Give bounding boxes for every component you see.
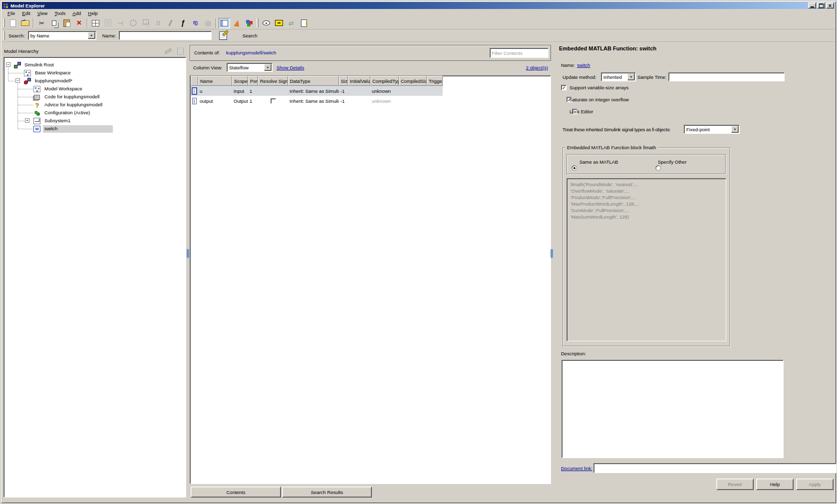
tree-item-code-for-kupplungsmodell[interactable]: Code for kupplungsmodell xyxy=(43,93,100,100)
fi-objects-dropdown[interactable]: Fixed-point xyxy=(684,125,740,134)
new-file-icon[interactable] xyxy=(7,18,18,28)
hierarchy-header-icons xyxy=(163,47,186,54)
column-header-datatype[interactable]: DataType xyxy=(288,76,339,86)
show-dialog-icon[interactable] xyxy=(261,18,272,28)
cell-datatype: Inherit: Same as Simulink xyxy=(288,86,339,96)
column-header-resolve-signal[interactable]: Resolve Signal xyxy=(258,76,288,86)
document-link-input[interactable] xyxy=(593,463,837,473)
tree-item-simulink-root[interactable]: Simulink Root xyxy=(23,61,55,68)
list-view-icon[interactable] xyxy=(219,18,230,28)
restore-button[interactable] xyxy=(817,2,825,8)
column-header-scope[interactable]: Scope xyxy=(232,76,248,86)
menu-help[interactable]: Help xyxy=(84,9,101,17)
chevron-down-icon[interactable] xyxy=(264,64,272,71)
checkbox-support-variable-size-arrays[interactable] xyxy=(561,85,566,90)
chevron-down-icon[interactable] xyxy=(731,126,739,133)
delete-icon[interactable] xyxy=(73,18,85,28)
minimize-button[interactable] xyxy=(808,2,816,8)
menu-view[interactable]: View xyxy=(34,9,51,17)
open-model-icon[interactable] xyxy=(19,18,31,28)
tree-item-switch[interactable]: switch xyxy=(43,125,58,132)
tree-collapse-toggle[interactable]: − xyxy=(6,62,10,67)
radio-specify-other[interactable] xyxy=(655,165,661,171)
search-button[interactable]: Search xyxy=(219,31,258,40)
data-brackets-icon[interactable] xyxy=(152,18,164,28)
pencil-icon[interactable] xyxy=(163,47,172,54)
tree-expand-toggle[interactable]: + xyxy=(25,118,29,123)
model-explorer-window: Model Explorer FileEditViewToolsAddHelp … xyxy=(0,0,837,504)
copy-icon[interactable] xyxy=(48,18,60,28)
cell-compiledsize xyxy=(399,96,427,106)
menu-add[interactable]: Add xyxy=(69,9,84,17)
chevron-down-icon[interactable] xyxy=(627,73,635,80)
menu-tools[interactable]: Tools xyxy=(51,9,69,17)
menu-edit[interactable]: Edit xyxy=(18,9,33,17)
description-textarea[interactable] xyxy=(561,360,784,458)
tab-contents[interactable]: Contents xyxy=(191,487,281,498)
column-header-trigger[interactable]: Trigger xyxy=(427,76,443,86)
sample-time-input[interactable] xyxy=(668,72,785,81)
tree-item-subsystem1[interactable]: Subsystem1 xyxy=(43,117,71,124)
column-header-initialvalue[interactable]: InitialValue xyxy=(348,76,370,86)
tree-item-advice-for-kupplungsmodell[interactable]: Advice for kupplungsmodell xyxy=(43,101,103,108)
tree-collapse-toggle[interactable]: − xyxy=(15,78,20,83)
lightning-icon[interactable] xyxy=(165,18,176,28)
target-icon[interactable] xyxy=(202,18,214,28)
new-window-panes-icon[interactable] xyxy=(90,18,101,28)
apply-button[interactable]: Apply xyxy=(796,479,834,490)
column-header-compiledsize[interactable]: CompiledSize xyxy=(399,76,427,86)
resolve-signal-checkbox[interactable] xyxy=(271,98,276,104)
toolbar-grip[interactable] xyxy=(3,18,5,27)
tree-item-model-workspace[interactable]: Model Workspace xyxy=(43,85,83,92)
tree-item-base-workspace[interactable]: Base Workspace xyxy=(34,69,72,76)
function-call-icon[interactable] xyxy=(190,18,201,28)
help-button[interactable]: Help xyxy=(756,479,794,490)
open-simulink-icon[interactable] xyxy=(231,18,243,28)
open-library-icon[interactable] xyxy=(244,18,255,28)
name-value-link[interactable]: switch xyxy=(577,62,590,68)
menu-file[interactable]: File xyxy=(4,9,18,17)
dialog-title: Embedded MATLAB Function: switch xyxy=(559,45,656,51)
searchbar-grip[interactable] xyxy=(3,31,5,40)
column-view-label: Column View: xyxy=(193,65,222,70)
model-icon xyxy=(24,78,31,84)
gear-icon[interactable] xyxy=(127,18,139,28)
close-button[interactable] xyxy=(826,2,834,8)
notes-lightning-icon[interactable] xyxy=(298,18,309,28)
tree-item-configuration-active[interactable]: Configuration (Active) xyxy=(43,109,91,116)
column-view-dropdown[interactable]: Stateflow xyxy=(227,63,273,72)
object-count-link[interactable]: 2 object(s) xyxy=(500,65,548,70)
bounding-box-icon[interactable] xyxy=(273,18,284,28)
tree-item-kupplungsmodell[interactable]: kupplungsmodell* xyxy=(34,77,73,84)
column-header-port[interactable]: Port xyxy=(248,76,258,86)
revert-button[interactable]: Revert xyxy=(716,479,754,490)
search-options-icon[interactable] xyxy=(219,31,229,40)
tab-search-results[interactable]: Search Results xyxy=(282,487,372,498)
dotted-list-icon[interactable] xyxy=(102,18,114,28)
chevron-down-icon[interactable] xyxy=(88,32,95,39)
column-header-name[interactable]: Name xyxy=(198,76,232,86)
table-row-output[interactable]: outputOutput1Inherit: Same as Simulink-1… xyxy=(191,96,443,106)
right-splitter-handle[interactable] xyxy=(551,249,553,258)
search-by-dropdown[interactable]: by Name xyxy=(28,31,96,40)
paste-icon[interactable] xyxy=(61,18,72,28)
swap-arrows-icon[interactable] xyxy=(285,18,297,28)
document-link-label[interactable]: Document link: xyxy=(561,466,592,471)
contents-path-link[interactable]: kupplungsmodell/switch xyxy=(226,50,276,55)
list-edit-icon[interactable] xyxy=(176,47,184,54)
radio-same-as-matlab[interactable] xyxy=(571,165,577,171)
left-splitter-handle[interactable] xyxy=(187,249,189,258)
update-method-dropdown[interactable]: Inherited xyxy=(601,72,636,81)
connect-icon[interactable] xyxy=(115,18,126,28)
tree-connector xyxy=(8,67,8,81)
block-gear-icon[interactable] xyxy=(140,18,151,28)
function-arrow-icon[interactable] xyxy=(177,18,189,28)
table-row-u[interactable]: uInput1Inherit: Same as Simulink-1unknow… xyxy=(191,86,443,96)
column-header-size[interactable]: Size xyxy=(339,76,348,86)
column-header-compiledtype[interactable]: CompiledType xyxy=(370,76,399,86)
search-name-input[interactable] xyxy=(119,31,212,40)
show-details-link[interactable]: Show Details xyxy=(277,65,304,70)
fimath-group-title: Embedded MATLAB Function block fimath xyxy=(565,145,658,150)
cut-icon[interactable] xyxy=(36,18,47,28)
filter-contents-input[interactable] xyxy=(490,48,549,58)
